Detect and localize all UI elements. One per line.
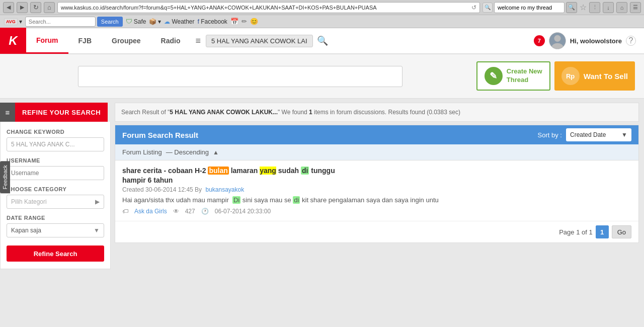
search-engine-icon: 🔍 [482, 3, 493, 13]
tab-groupee[interactable]: Groupee [102, 28, 151, 54]
feedback-tab[interactable]: Feedback [0, 161, 10, 193]
home-icon[interactable]: ⌂ [616, 2, 627, 13]
sort-by-label: Sort by : [538, 131, 562, 139]
bookmark-star-icon[interactable]: ☆ [580, 3, 587, 12]
page-1-btn[interactable]: 1 [596, 225, 609, 238]
create-thread-label: Create NewThread [507, 67, 542, 85]
views-count: 427 [185, 208, 195, 215]
main-search-box[interactable] [78, 66, 403, 87]
search-info-bar: Search Result of "5 HAL YANG ANAK COWOK … [115, 103, 639, 122]
facebook-bookmark[interactable]: f Facebook [198, 18, 227, 25]
date-range-arrow-icon: ▼ [94, 227, 100, 234]
notif-count: 7 [538, 38, 541, 44]
refine-search-submit-btn[interactable]: Refine Search [7, 246, 104, 262]
change-keyword-section: CHANGE KEYWORD [7, 129, 104, 151]
menu-icon[interactable]: ☰ [630, 2, 641, 13]
list-icon[interactable]: ≡ [190, 36, 206, 46]
svg-point-0 [554, 35, 560, 42]
weather-label: Weather [172, 18, 194, 25]
go-btn[interactable]: Go [612, 225, 631, 238]
logo-text: K [9, 34, 17, 48]
clock-icon: 🕐 [201, 208, 209, 215]
result-tags-row: 🏷 Ask da Girls 👁 427 🕐 06-07-2014 20:33:… [122, 208, 631, 215]
avg-icon: AVG [4, 18, 18, 25]
page-info: Page 1 of 1 [559, 228, 593, 236]
sell-icon-circle: Rp [561, 67, 580, 85]
download-icon[interactable]: ↓ [603, 2, 614, 13]
hamburger-btn[interactable]: ≡ [0, 103, 15, 122]
date-range-section: DATE RANGE Kapan saja ▼ [7, 215, 104, 237]
nav-home-btn[interactable]: ⌂ [44, 2, 55, 13]
created-text: Created 30-06-2014 12:45 By [122, 186, 202, 193]
browser-search-bar: Search [25, 17, 123, 27]
tag-link[interactable]: Ask da Girls [134, 208, 167, 215]
avg-bookmark[interactable]: AVG ▾ [4, 18, 22, 25]
bookmark-list-icon[interactable]: ⋮ [589, 2, 600, 13]
breadcrumb-search: 5 HAL YANG ANAK COWOK LAI [206, 35, 313, 47]
url-bar[interactable]: www.kaskus.co.id/search/forum?f=forum&q=… [57, 2, 480, 13]
create-thread-btn[interactable]: ✎ Create NewThread [476, 61, 550, 91]
nav-back-btn[interactable]: ◀ [3, 2, 14, 13]
avatar-icon [549, 32, 566, 49]
user-avatar[interactable] [549, 32, 566, 49]
bookmark-bar: AVG ▾ Search 🛡 Safe 📦 ▾ ☁ Weather f Face… [0, 15, 644, 28]
username-input[interactable] [7, 166, 104, 180]
browser-search-input[interactable] [25, 17, 96, 27]
facebook-label: Facebook [201, 18, 227, 25]
date-range-select[interactable]: Kapan saja ▼ [7, 223, 104, 237]
url-text: www.kaskus.co.id/search/forum?f=forum&q=… [61, 5, 469, 11]
tag-icon: 🏷 [122, 208, 128, 215]
refine-search-btn[interactable]: REFINE YOUR SEARCH [15, 103, 108, 122]
control-row: ≡ REFINE YOUR SEARCH [0, 103, 111, 122]
browser-address-bar: ◀ ▶ ↻ ⌂ www.kaskus.co.id/search/forum?f=… [0, 0, 644, 15]
archive-icon: 📦 [149, 18, 156, 25]
refine-search-label: REFINE YOUR SEARCH [22, 109, 101, 116]
pagination-bar: Page 1 of 1 1 Go [115, 221, 638, 242]
result-item-title: share cerita - cobaan H-2 bulan lamaran … [122, 167, 631, 175]
notification-badge[interactable]: 7 [534, 35, 545, 46]
omnibox-search-btn[interactable]: 🔍 [566, 2, 577, 13]
smiley-bookmark[interactable]: 😊 [250, 18, 258, 25]
left-sidebar: ≡ REFINE YOUR SEARCH CHANGE KEYWORD USER… [0, 103, 111, 269]
archive-arrow: ▾ [158, 18, 161, 25]
highlight-di-excerpt-2: di [293, 196, 300, 204]
logo[interactable]: K [0, 28, 26, 54]
feedback-label: Feedback [2, 165, 8, 189]
category-section: CHOOSE CATEGORY Pilih Kategori ▶ [7, 186, 104, 209]
user-name: Hi, wolowolstore [570, 37, 622, 45]
tab-forum[interactable]: Forum [26, 28, 68, 54]
nav-reload-btn[interactable]: ↻ [30, 2, 41, 13]
want-to-sell-btn[interactable]: Rp Want To Sell [554, 61, 635, 91]
page-body: ✎ Create NewThread Rp Want To Sell ≡ REF… [0, 54, 644, 287]
views-icon: 👁 [173, 208, 179, 215]
omnibox-input[interactable] [494, 2, 565, 13]
category-select[interactable]: Pilih Kategori ▶ [7, 195, 104, 209]
sort-by-area: Sort by : Created Date ▼ [538, 128, 631, 141]
date-range-label: DATE RANGE [7, 215, 104, 221]
weather-bookmark[interactable]: ☁ Weather [164, 18, 194, 25]
pencil-bookmark[interactable]: ✏ [242, 18, 247, 25]
avg-label: ▾ [19, 18, 22, 25]
sort-select[interactable]: Created Date ▼ [566, 128, 631, 141]
tab-fjb[interactable]: FJB [68, 28, 102, 54]
date-range-value: Kapan saja [11, 227, 41, 234]
omnibox-search-area: 🔍 🔍 [482, 2, 577, 13]
forum-result-area: Forum Search Result Sort by : Created Da… [115, 125, 639, 243]
listing-arrow-icon[interactable]: ▲ [213, 149, 219, 156]
author-link[interactable]: bukansayakok [205, 186, 244, 193]
result-item-subtitle: hampir 6 tahun [122, 176, 631, 184]
safe-bookmark[interactable]: 🛡 Safe [126, 18, 146, 25]
calendar-bookmark[interactable]: 📅 [230, 18, 238, 25]
browser-search-btn[interactable]: Search [97, 17, 123, 27]
category-value: Pilih Kategori [11, 198, 47, 205]
tab-radio[interactable]: Radio [151, 28, 191, 54]
help-icon[interactable]: ? [626, 36, 636, 46]
keyword-input[interactable] [7, 137, 104, 151]
category-arrow-icon: ▶ [95, 198, 100, 205]
tab-fjb-label: FJB [78, 37, 92, 45]
archive-bookmark[interactable]: 📦 ▾ [149, 18, 161, 25]
search-globe-icon[interactable]: 🔍 [313, 35, 332, 46]
page-1-label: 1 [600, 228, 604, 236]
nav-forward-btn[interactable]: ▶ [17, 2, 28, 13]
reload-icon: ↺ [471, 4, 476, 11]
